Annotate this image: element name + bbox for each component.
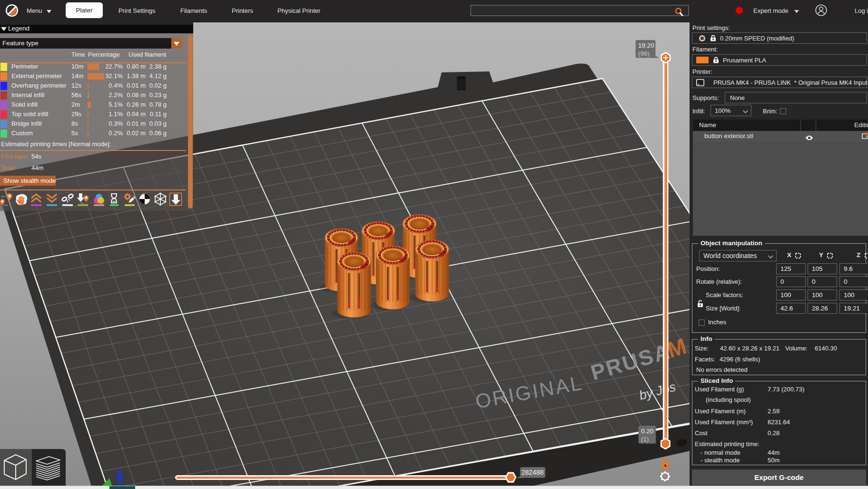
svg-text:0.20: 0.20 — [641, 428, 653, 435]
svg-text:19.20: 19.20 — [638, 42, 654, 49]
svg-text:(96): (96) — [638, 50, 650, 57]
svg-text:282488: 282488 — [522, 469, 544, 476]
svg-text:(1): (1) — [641, 436, 649, 443]
